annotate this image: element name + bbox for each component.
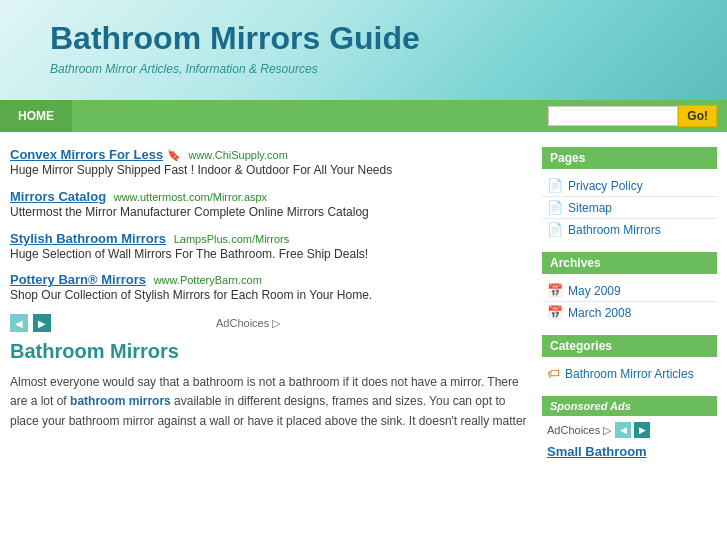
ad-item-0: Convex Mirrors For Less 🔖 www.ChiSupply.… xyxy=(10,147,527,179)
sidebar-item-articles[interactable]: 🏷 Bathroom Mirror Articles xyxy=(542,363,717,384)
ad-navigation: ◀ ▶ AdChoices ▷ xyxy=(10,314,527,332)
adchoices-label: AdChoices ▷ xyxy=(216,317,280,330)
ad-block: Convex Mirrors For Less 🔖 www.ChiSupply.… xyxy=(10,147,527,332)
content-area: Convex Mirrors For Less 🔖 www.ChiSupply.… xyxy=(10,147,527,471)
sidebar-categories-section: Categories 🏷 Bathroom Mirror Articles xyxy=(542,335,717,384)
cal-icon-0: 📅 xyxy=(547,283,563,298)
search-area: Go! xyxy=(548,105,727,127)
sidebar-adchoices: AdChoices ▷ ◀ ▶ xyxy=(542,422,717,438)
doc-icon-2: 📄 xyxy=(547,222,563,237)
ad-url-3: www.PotteryBarn.com xyxy=(154,274,262,286)
main-content: Convex Mirrors For Less 🔖 www.ChiSupply.… xyxy=(0,132,727,481)
sidebar-archives-section: Archives 📅 May 2009 📅 March 2008 xyxy=(542,252,717,323)
sponsored-prev-button[interactable]: ◀ xyxy=(615,422,631,438)
sidebar-item-sitemap[interactable]: 📄 Sitemap xyxy=(542,197,717,219)
sidebar-link-bathroom-mirrors[interactable]: Bathroom Mirrors xyxy=(568,223,661,237)
article-body: Almost everyone would say that a bathroo… xyxy=(10,373,527,431)
article-highlight: bathroom mirrors xyxy=(70,394,171,408)
ad-title-0[interactable]: Convex Mirrors For Less xyxy=(10,147,163,162)
ad-url-1: www.uttermost.com/Mirror.aspx xyxy=(114,191,267,203)
page-header: Bathroom Mirrors Guide Bathroom Mirror A… xyxy=(0,0,727,100)
sidebar-item-march2008[interactable]: 📅 March 2008 xyxy=(542,302,717,323)
ad-desc-2: Huge Selection of Wall Mirrors For The B… xyxy=(10,246,527,263)
sidebar-adchoices-label: AdChoices ▷ xyxy=(547,424,611,437)
ad-desc-0: Huge Mirror Supply Shipped Fast ! Indoor… xyxy=(10,162,527,179)
navbar: HOME Go! xyxy=(0,100,727,132)
cal-icon-1: 📅 xyxy=(547,305,563,320)
home-button[interactable]: HOME xyxy=(0,100,72,132)
sidebar-categories-header: Categories xyxy=(542,335,717,357)
ad-title-2[interactable]: Stylish Bathroom Mirrors xyxy=(10,231,166,246)
sponsored-arrows: ◀ ▶ xyxy=(615,422,650,438)
search-input[interactable] xyxy=(548,106,678,126)
sidebar-sponsored-header: Sponsored Ads xyxy=(542,396,717,416)
sidebar-link-privacy[interactable]: Privacy Policy xyxy=(568,179,643,193)
article-title: Bathroom Mirrors xyxy=(10,340,527,363)
go-button[interactable]: Go! xyxy=(678,105,717,127)
ad-icon-0: 🔖 xyxy=(167,149,181,161)
doc-icon-0: 📄 xyxy=(547,178,563,193)
sidebar-item-privacy[interactable]: 📄 Privacy Policy xyxy=(542,175,717,197)
sidebar-pages-section: Pages 📄 Privacy Policy 📄 Sitemap 📄 Bathr… xyxy=(542,147,717,240)
sponsored-next-button[interactable]: ▶ xyxy=(634,422,650,438)
sidebar-link-articles[interactable]: Bathroom Mirror Articles xyxy=(565,367,694,381)
ad-item-3: Pottery Barn® Mirrors www.PotteryBarn.co… xyxy=(10,272,527,304)
sidebar-archives-header: Archives xyxy=(542,252,717,274)
ad-item-2: Stylish Bathroom Mirrors LampsPlus.com/M… xyxy=(10,231,527,263)
ad-url-2: LampsPlus.com/Mirrors xyxy=(174,233,290,245)
sidebar-pages-header: Pages xyxy=(542,147,717,169)
doc-icon-1: 📄 xyxy=(547,200,563,215)
sidebar-item-may2009[interactable]: 📅 May 2009 xyxy=(542,280,717,302)
sponsored-link[interactable]: Small Bathroom xyxy=(542,444,717,459)
ad-prev-button[interactable]: ◀ xyxy=(10,314,28,332)
ad-title-1[interactable]: Mirrors Catalog xyxy=(10,189,106,204)
sidebar-sponsored-section: Sponsored Ads AdChoices ▷ ◀ ▶ Small Bath… xyxy=(542,396,717,459)
tag-icon-0: 🏷 xyxy=(547,366,560,381)
sidebar-item-bathroom-mirrors[interactable]: 📄 Bathroom Mirrors xyxy=(542,219,717,240)
ad-url-0: www.ChiSupply.com xyxy=(188,149,287,161)
sidebar-link-march2008[interactable]: March 2008 xyxy=(568,306,631,320)
ad-next-button[interactable]: ▶ xyxy=(33,314,51,332)
sidebar-link-sitemap[interactable]: Sitemap xyxy=(568,201,612,215)
sidebar: Pages 📄 Privacy Policy 📄 Sitemap 📄 Bathr… xyxy=(542,147,717,471)
site-title: Bathroom Mirrors Guide xyxy=(50,20,697,57)
ad-desc-3: Shop Our Collection of Stylish Mirrors f… xyxy=(10,287,527,304)
ad-desc-1: Uttermost the Mirror Manufacturer Comple… xyxy=(10,204,527,221)
ad-title-3[interactable]: Pottery Barn® Mirrors xyxy=(10,272,146,287)
ad-item-1: Mirrors Catalog www.uttermost.com/Mirror… xyxy=(10,189,527,221)
sidebar-link-may2009[interactable]: May 2009 xyxy=(568,284,621,298)
site-tagline: Bathroom Mirror Articles, Information & … xyxy=(50,62,697,76)
